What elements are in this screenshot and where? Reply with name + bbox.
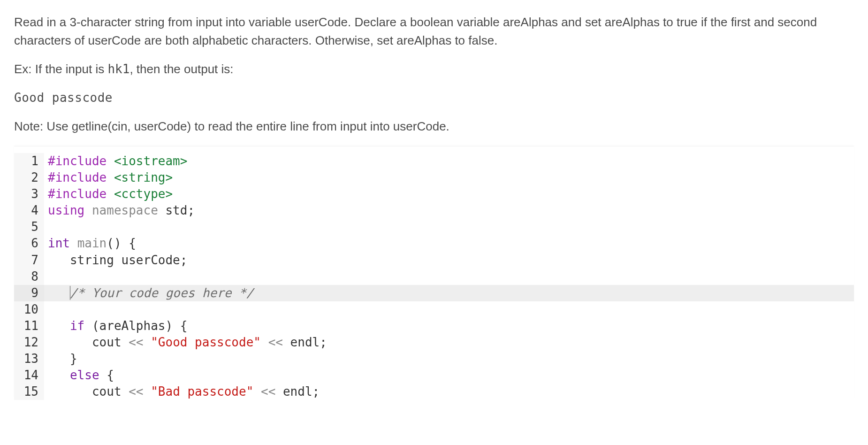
code-token: std bbox=[165, 203, 187, 217]
code-token: #include bbox=[48, 187, 114, 201]
line-number: 14 bbox=[14, 367, 44, 384]
code-token: << bbox=[261, 335, 290, 349]
code-content[interactable]: int main() { bbox=[44, 235, 854, 252]
line-number: 6 bbox=[14, 235, 44, 252]
code-token bbox=[48, 352, 70, 366]
code-token bbox=[48, 335, 92, 349]
line-number: 4 bbox=[14, 202, 44, 219]
code-line[interactable]: 14 else { bbox=[14, 367, 854, 384]
code-content[interactable]: } bbox=[44, 351, 854, 367]
page-root: Read in a 3-character string from input … bbox=[0, 0, 868, 400]
line-number: 15 bbox=[14, 384, 44, 400]
code-token: << bbox=[129, 335, 151, 349]
code-token: endl; bbox=[283, 384, 320, 399]
code-token: () { bbox=[107, 236, 136, 250]
line-number: 11 bbox=[14, 318, 44, 334]
code-line[interactable]: 2#include <string> bbox=[14, 169, 854, 186]
code-line[interactable]: 15 cout << "Bad passcode" << endl; bbox=[14, 384, 854, 400]
code-token: cout bbox=[92, 335, 129, 349]
code-content[interactable]: #include <cctype> bbox=[44, 186, 854, 202]
code-line[interactable]: 11 if (areAlphas) { bbox=[14, 318, 854, 334]
code-content[interactable]: using namespace std; bbox=[44, 202, 854, 219]
line-number: 13 bbox=[14, 351, 44, 367]
example-input: hk1 bbox=[107, 62, 129, 76]
code-content[interactable]: /* Your code goes here */ bbox=[44, 285, 854, 301]
code-line[interactable]: 5 bbox=[14, 219, 854, 235]
code-content[interactable] bbox=[44, 269, 854, 285]
line-number: 9 bbox=[14, 285, 44, 301]
code-token: (areAlphas) { bbox=[92, 319, 188, 333]
code-token: cout bbox=[92, 384, 129, 399]
code-token bbox=[48, 384, 92, 399]
code-token: "Good passcode" bbox=[151, 335, 261, 349]
code-line[interactable]: 1#include <iostream> bbox=[14, 153, 854, 169]
code-token: << bbox=[253, 384, 283, 399]
code-editor[interactable]: 1#include <iostream>2#include <string>3#… bbox=[14, 146, 854, 400]
code-token: } bbox=[70, 352, 77, 366]
line-number: 7 bbox=[14, 252, 44, 269]
code-token bbox=[48, 368, 70, 382]
line-number: 10 bbox=[14, 301, 44, 318]
code-token: int bbox=[48, 236, 77, 250]
example-suffix: , then the output is: bbox=[129, 62, 233, 76]
code-token: "Bad passcode" bbox=[151, 384, 253, 399]
problem-note: Note: Use getline(cin, userCode) to read… bbox=[14, 117, 854, 136]
problem-description: Read in a 3-character string from input … bbox=[14, 13, 854, 50]
code-line[interactable]: 9 /* Your code goes here */ bbox=[14, 285, 854, 301]
line-number: 1 bbox=[14, 153, 44, 169]
code-content[interactable]: cout << "Bad passcode" << endl; bbox=[44, 384, 854, 400]
example-line: Ex: If the input is hk1, then the output… bbox=[14, 60, 854, 78]
code-line[interactable]: 6int main() { bbox=[14, 235, 854, 252]
code-line[interactable]: 7 string userCode; bbox=[14, 252, 854, 269]
code-token: #include bbox=[48, 154, 114, 168]
line-number: 2 bbox=[14, 169, 44, 186]
code-editor-lines[interactable]: 1#include <iostream>2#include <string>3#… bbox=[14, 146, 854, 400]
example-output: Good passcode bbox=[14, 89, 854, 107]
code-line[interactable]: 4using namespace std; bbox=[14, 202, 854, 219]
code-line[interactable]: 3#include <cctype> bbox=[14, 186, 854, 202]
code-token: #include bbox=[48, 170, 114, 184]
code-token: <string> bbox=[114, 170, 173, 184]
code-token: <cctype> bbox=[114, 187, 173, 201]
code-line[interactable]: 12 cout << "Good passcode" << endl; bbox=[14, 334, 854, 351]
code-token: else bbox=[70, 368, 107, 382]
line-number: 12 bbox=[14, 334, 44, 351]
code-token: endl; bbox=[290, 335, 327, 349]
code-line[interactable]: 10 bbox=[14, 301, 854, 318]
code-token bbox=[48, 319, 70, 333]
code-content[interactable]: #include <string> bbox=[44, 169, 854, 186]
line-number: 3 bbox=[14, 186, 44, 202]
code-token: if bbox=[70, 319, 92, 333]
code-token: ; bbox=[187, 203, 195, 217]
code-line[interactable]: 13 } bbox=[14, 351, 854, 367]
code-line[interactable]: 8 bbox=[14, 269, 854, 285]
line-number: 5 bbox=[14, 219, 44, 235]
code-token: namespace bbox=[92, 203, 166, 217]
problem-statement: Read in a 3-character string from input … bbox=[14, 13, 854, 136]
code-token bbox=[48, 253, 70, 267]
code-content[interactable]: #include <iostream> bbox=[44, 153, 854, 169]
code-token: main bbox=[77, 236, 107, 250]
example-prefix: Ex: If the input is bbox=[14, 62, 107, 76]
code-content[interactable] bbox=[44, 301, 854, 318]
line-number: 8 bbox=[14, 269, 44, 285]
code-token: using bbox=[48, 203, 92, 217]
code-token: <iostream> bbox=[114, 154, 188, 168]
code-token bbox=[48, 286, 70, 300]
code-content[interactable]: if (areAlphas) { bbox=[44, 318, 854, 334]
code-token: { bbox=[107, 368, 114, 382]
code-content[interactable]: else { bbox=[44, 367, 854, 384]
code-content[interactable] bbox=[44, 219, 854, 235]
code-content[interactable]: string userCode; bbox=[44, 252, 854, 269]
code-token: << bbox=[129, 384, 151, 399]
code-token: string userCode; bbox=[70, 253, 187, 267]
code-token: /* Your code goes here */ bbox=[70, 286, 253, 300]
code-content[interactable]: cout << "Good passcode" << endl; bbox=[44, 334, 854, 351]
